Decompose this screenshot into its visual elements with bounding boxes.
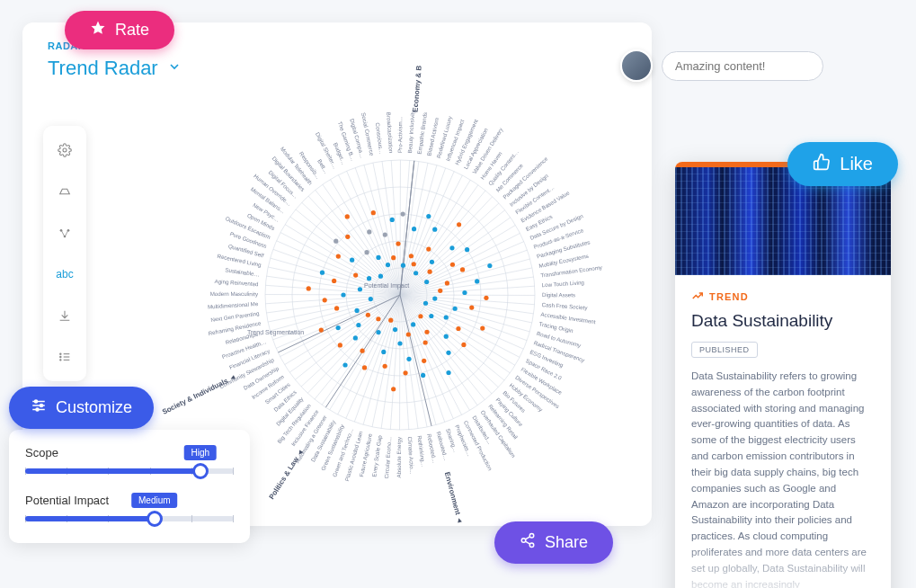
svg-line-13: [400, 172, 454, 295]
svg-point-223: [480, 325, 485, 330]
svg-text:Circular Econo…: Circular Econo…: [383, 436, 392, 478]
scope-handle[interactable]: [192, 463, 209, 479]
svg-line-79: [400, 295, 462, 414]
trend-card[interactable]: TREND Data Sustainability PUBLISHED Data…: [675, 162, 891, 588]
svg-point-247: [376, 330, 380, 334]
svg-point-252: [338, 343, 342, 347]
trend-eyebrow: TREND: [691, 290, 875, 304]
impact-handle[interactable]: [147, 511, 163, 527]
svg-point-203: [426, 247, 431, 252]
svg-point-224: [444, 315, 449, 319]
svg-point-229: [418, 314, 422, 318]
svg-line-95: [390, 295, 400, 430]
thumbs-up-icon: [813, 153, 831, 175]
svg-point-294: [60, 356, 61, 357]
svg-point-226: [429, 314, 433, 318]
avatar[interactable]: [620, 49, 653, 82]
comment-input[interactable]: [662, 51, 823, 81]
svg-point-271: [378, 274, 383, 279]
svg-point-207: [449, 245, 454, 250]
svg-point-225: [456, 326, 460, 331]
svg-line-33: [400, 233, 520, 295]
svg-line-75: [400, 295, 477, 405]
svg-text:Every Scale Gap: Every Scale Gap: [370, 434, 382, 477]
svg-point-261: [341, 292, 345, 297]
svg-text:Rebooted…: Rebooted…: [426, 433, 438, 464]
share-button[interactable]: Share: [494, 521, 613, 564]
svg-point-242: [393, 327, 397, 332]
svg-line-61: [400, 295, 520, 357]
svg-line-81: [400, 295, 453, 419]
download-button[interactable]: [51, 302, 78, 329]
labels-button[interactable]: abc: [51, 261, 78, 288]
svg-text:Beauty Inclusivity: Beauty Inclusivity: [406, 110, 415, 154]
svg-line-169: [330, 180, 400, 295]
svg-point-250: [376, 316, 380, 321]
svg-point-274: [345, 214, 350, 218]
impact-label: Potential Impact: [25, 494, 234, 507]
svg-point-230: [446, 351, 450, 355]
svg-point-214: [445, 281, 449, 285]
svg-point-198: [412, 227, 416, 231]
svg-point-200: [426, 214, 431, 218]
svg-line-291: [62, 231, 65, 236]
customize-button[interactable]: Customize: [9, 387, 154, 429]
svg-line-181: [382, 161, 400, 295]
svg-point-239: [403, 370, 407, 375]
svg-point-208: [427, 270, 431, 274]
svg-point-220: [469, 305, 474, 309]
svg-point-233: [423, 340, 428, 344]
svg-text:Economy & Business ◄: Economy & Business ◄: [411, 66, 426, 112]
svg-point-295: [60, 360, 61, 361]
svg-text:Politics & Law ◄: Politics & Law ◄: [268, 448, 306, 501]
svg-text:Trend Segmentation: Trend Segmentation: [247, 329, 304, 336]
page-title: Trend Radar: [48, 57, 158, 80]
svg-point-282: [396, 241, 400, 245]
nodes-button[interactable]: [51, 219, 78, 246]
svg-point-264: [332, 279, 336, 283]
svg-line-97: [381, 295, 400, 429]
impact-value: Medium: [131, 493, 178, 508]
trend-eyebrow-text: TREND: [709, 291, 749, 302]
svg-marker-299: [92, 22, 105, 34]
svg-line-303: [525, 541, 529, 544]
svg-point-308: [40, 405, 43, 407]
svg-point-237: [406, 332, 411, 336]
svg-point-306: [35, 400, 38, 403]
svg-line-121: [289, 295, 400, 372]
svg-point-235: [422, 359, 426, 363]
svg-line-304: [525, 537, 529, 539]
settings-button[interactable]: [51, 137, 78, 164]
svg-text:Environment ◄: Environment ◄: [443, 471, 465, 524]
svg-point-204: [414, 271, 418, 275]
svg-text:Conscious…: Conscious…: [375, 122, 386, 155]
svg-point-273: [364, 250, 369, 254]
svg-line-187: [400, 160, 410, 295]
svg-point-219: [432, 296, 437, 300]
shape-button[interactable]: [51, 178, 78, 205]
svg-point-228: [444, 334, 449, 339]
svg-point-199: [409, 254, 414, 258]
like-label: Like: [840, 154, 873, 174]
impact-slider[interactable]: Medium: [25, 516, 234, 521]
scope-slider[interactable]: High: [25, 468, 234, 474]
svg-point-243: [383, 364, 387, 369]
svg-point-201: [412, 262, 416, 266]
like-button[interactable]: Like: [787, 142, 898, 186]
svg-point-202: [432, 227, 437, 232]
svg-point-300: [529, 534, 534, 539]
svg-point-281: [390, 218, 395, 222]
svg-line-105: [346, 295, 400, 418]
svg-point-265: [320, 271, 325, 275]
svg-point-221: [453, 307, 458, 311]
svg-point-263: [358, 287, 362, 291]
svg-point-258: [334, 306, 339, 310]
svg-point-251: [353, 335, 358, 340]
rate-button[interactable]: Rate: [65, 11, 174, 49]
svg-text:Society & Individuals ◄: Society & Individuals ◄: [161, 372, 237, 415]
svg-point-272: [345, 235, 350, 239]
svg-text:Potential Impact: Potential Impact: [364, 282, 409, 290]
svg-point-283: [401, 211, 405, 216]
svg-point-218: [484, 296, 488, 300]
list-button[interactable]: [51, 343, 78, 370]
